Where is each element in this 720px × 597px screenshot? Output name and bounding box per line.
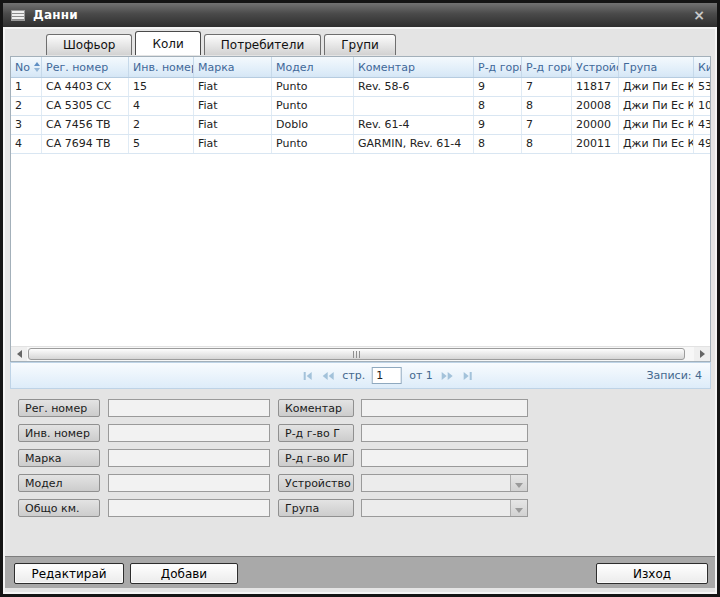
last-page-button[interactable] — [462, 370, 474, 382]
first-page-button[interactable] — [301, 370, 313, 382]
grid-cell: Fiat — [194, 78, 272, 96]
tab-koli[interactable]: Коли — [135, 31, 200, 55]
column-header-label: Коментар — [358, 61, 415, 74]
records-count: Записи: 4 — [646, 363, 702, 388]
grid-cell: CA 5305 CC — [42, 97, 129, 115]
inv-nomer-label: Инв. номер — [18, 424, 100, 442]
model-input[interactable] — [108, 474, 270, 492]
page-label: стр. — [342, 369, 365, 382]
column-header-label: Модел — [276, 61, 314, 74]
exit-button[interactable]: Изход — [596, 563, 708, 584]
grid-cell: Джи Пи Ес Кон — [619, 116, 694, 134]
chevron-down-icon[interactable] — [510, 475, 527, 491]
rd-g-vo-g-label: Р-д г-во Г — [278, 424, 354, 442]
grupa-select-value — [362, 500, 510, 516]
grid-cell: Джи Пи Ес Кон — [619, 97, 694, 115]
grid-cell: 20000 — [572, 116, 619, 134]
horizontal-scrollbar[interactable] — [11, 346, 710, 361]
grupa-select[interactable] — [361, 499, 528, 517]
column-header[interactable]: Рег. номер — [42, 57, 129, 77]
column-header-label: Рег. номер — [46, 61, 108, 74]
tab-potrebiteli[interactable]: Потребители — [204, 34, 321, 55]
tab-grupi[interactable]: Групи — [324, 34, 396, 55]
column-header-label: Р-д горив — [526, 61, 572, 74]
column-header[interactable]: Група — [619, 57, 694, 77]
marka-input[interactable] — [108, 449, 270, 467]
column-header-label: Инв. номер — [133, 61, 194, 74]
data-grid: NoРег. номерИнв. номерМаркаМоделКоментар… — [10, 56, 711, 362]
grid-cell: 7 — [522, 78, 572, 96]
grid-cell: 8 — [474, 135, 522, 153]
column-header-label: Кил — [698, 61, 710, 74]
window: Данни × ШофьорКолиПотребителиГрупи NoРег… — [0, 0, 720, 597]
grid-cell: 8 — [522, 135, 572, 153]
column-header-label: Устройст — [576, 61, 619, 74]
grid-cell: 101 — [694, 97, 710, 115]
column-header[interactable]: Марка — [194, 57, 272, 77]
chevron-down-icon[interactable] — [510, 500, 527, 516]
grid-cell: Doblo — [272, 116, 354, 134]
column-header-label: No — [15, 61, 30, 74]
scroll-right-button[interactable] — [694, 347, 710, 361]
column-header[interactable]: Устройст — [572, 57, 619, 77]
inv-nomer-input[interactable] — [108, 424, 270, 442]
scrollbar-thumb[interactable] — [28, 348, 685, 360]
prev-page-button[interactable] — [320, 370, 335, 382]
reg-nomer-input[interactable] — [108, 399, 270, 417]
column-header[interactable]: No — [11, 57, 42, 77]
add-button[interactable]: Добави — [130, 563, 238, 584]
grid-cell: 3 — [11, 116, 42, 134]
close-icon[interactable]: × — [689, 8, 709, 22]
rd-g-vo-ig-label: Р-д г-во ИГ — [278, 449, 354, 467]
grid-cell: 1 — [11, 78, 42, 96]
tab-strip: ШофьорКолиПотребителиГрупи — [46, 31, 396, 55]
obshto-km-input[interactable] — [108, 499, 270, 517]
rd-g-vo-g-input[interactable] — [361, 424, 528, 442]
column-header[interactable]: Кил — [694, 57, 710, 77]
grid-cell: GARMIN, Rev. 61-4 — [354, 135, 474, 153]
page-number-input[interactable] — [372, 367, 402, 384]
grid-cell: 4 — [11, 135, 42, 153]
tab-shofior[interactable]: Шофьор — [46, 34, 132, 55]
table-row[interactable]: 4CA 7694 TB5FiatPuntoGARMIN, Rev. 61-488… — [11, 135, 710, 154]
grid-cell: Джи Пи Ес Кон — [619, 135, 694, 153]
scroll-left-icon — [17, 350, 22, 358]
scroll-left-button[interactable] — [11, 347, 27, 361]
column-header[interactable]: Инв. номер — [129, 57, 194, 77]
obshto-km-label: Общо км. — [18, 499, 100, 517]
window-title: Данни — [33, 8, 78, 22]
window-body: ШофьорКолиПотребителиГрупи NoРег. номерИ… — [5, 29, 715, 592]
ustroystvo-select-value — [362, 475, 510, 491]
footer-bar: Редактирай Добави Изход — [5, 556, 715, 588]
komentar-input[interactable] — [361, 399, 528, 417]
table-row[interactable]: 1CA 4403 CX15FiatPuntoRev. 58-69711817Дж… — [11, 78, 710, 97]
table-row[interactable]: 3CA 7456 TB2FiatDobloRev. 61-49720000Джи… — [11, 116, 710, 135]
grid-cell: 8 — [474, 97, 522, 115]
rd-g-vo-ig-input[interactable] — [361, 449, 528, 467]
grid-cell: 437 — [694, 116, 710, 134]
grid-cell: 8 — [522, 97, 572, 115]
grid-cell: CA 4403 CX — [42, 78, 129, 96]
grid-cell: 15 — [129, 78, 194, 96]
edit-button[interactable]: Редактирай — [14, 563, 124, 584]
column-header-label: Група — [623, 61, 657, 74]
next-page-button[interactable] — [440, 370, 455, 382]
table-row[interactable]: 2CA 5305 CC4FiatPunto8820008Джи Пи Ес Ко… — [11, 97, 710, 116]
column-header[interactable]: Модел — [272, 57, 354, 77]
grid-body: 1CA 4403 CX15FiatPuntoRev. 58-69711817Дж… — [11, 78, 710, 346]
grid-cell: 2 — [11, 97, 42, 115]
grid-cell: 494 — [694, 135, 710, 153]
pager-bar: стр. от 1 Записи: 4 — [10, 362, 711, 389]
scrollbar-track[interactable] — [27, 347, 694, 361]
grid-cell: 5 — [129, 135, 194, 153]
column-header[interactable]: Р-д горив — [522, 57, 572, 77]
ustroystvo-select[interactable] — [361, 474, 528, 492]
ustroystvo-label: Устройство — [278, 474, 354, 492]
column-header[interactable]: Р-д горив — [474, 57, 522, 77]
column-header[interactable]: Коментар — [354, 57, 474, 77]
grid-cell: 11817 — [572, 78, 619, 96]
grid-cell: Джи Пи Ес Кон — [619, 78, 694, 96]
grid-cell: Punto — [272, 97, 354, 115]
grid-header-row: NoРег. номерИнв. номерМаркаМоделКоментар… — [11, 57, 710, 78]
grid-cell: 20011 — [572, 135, 619, 153]
